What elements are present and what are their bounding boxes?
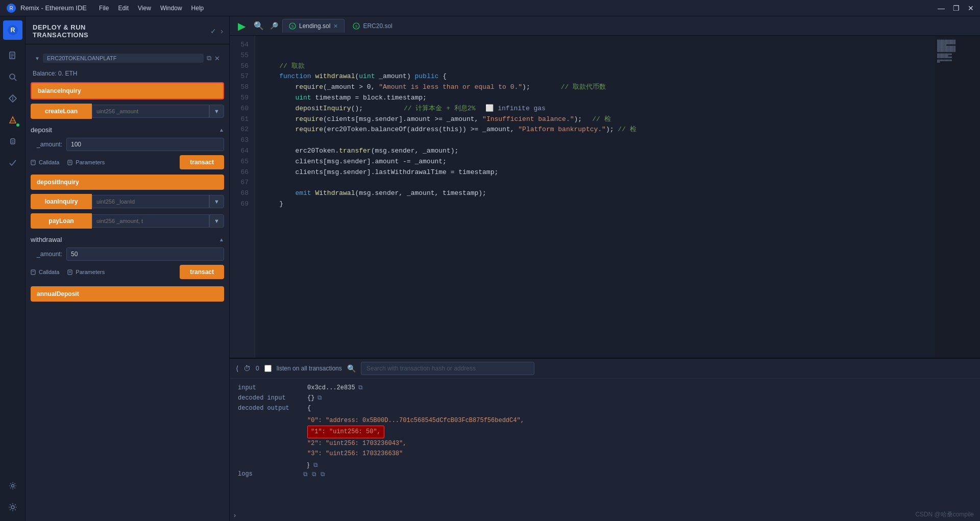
zoom-out-button[interactable]: 🔎 <box>268 22 280 30</box>
logs-copy-1[interactable]: ⧉ <box>303 470 308 478</box>
line-56: 56 <box>230 61 255 72</box>
withdrawal-calldata-link[interactable]: Calldata <box>31 269 59 275</box>
loan-inquiry-chevron[interactable]: ▼ <box>209 195 224 208</box>
pay-loan-chevron[interactable]: ▼ <box>209 214 224 228</box>
tx-decoded-input-row: decoded input {} ⧉ <box>238 393 972 403</box>
annual-deposit-button[interactable]: annualDeposit <box>31 286 224 302</box>
watermark: CSDN @哈桑compile <box>915 510 974 519</box>
deposit-amount-input[interactable] <box>66 138 224 151</box>
svg-rect-19 <box>31 160 35 165</box>
tx-decoded-output-label: decoded output <box>238 405 299 412</box>
decoded-output-line-0: "0": "address: 0x5B00D...701c568545dCfcB… <box>307 415 972 426</box>
line-57: 57 <box>230 71 255 82</box>
svg-text:S: S <box>355 24 358 28</box>
line-68: 68 <box>230 188 255 199</box>
close-button[interactable]: ✕ <box>968 4 974 12</box>
contract-close-icon[interactable]: ✕ <box>214 55 220 62</box>
deposit-inquiry-button[interactable]: depositInquiry <box>31 175 224 190</box>
create-loan-button[interactable]: createLoan <box>31 104 92 119</box>
sidebar-icon-search[interactable] <box>3 67 22 87</box>
code-editor: 54 55 56 57 58 59 60 61 62 63 64 65 66 6… <box>230 36 980 358</box>
titlebar-left: R Remix - Ethereum IDE File Edit View Wi… <box>6 3 204 13</box>
minimize-button[interactable]: — <box>938 4 945 12</box>
svg-line-9 <box>14 79 16 81</box>
pay-loan-button[interactable]: payLoan <box>31 213 92 229</box>
deposit-parameters-link[interactable]: Parameters <box>67 159 105 165</box>
editor-tabs: ▶ 🔍 🔎 S Lending.sol ✕ S ERC20.sol <box>230 16 980 36</box>
titlebar-menu: File Edit View Window Help <box>99 5 204 12</box>
sidebar-icon-test[interactable] <box>3 153 22 172</box>
withdrawal-chevron[interactable]: ▲ <box>219 237 224 242</box>
balance-inquiry-button[interactable]: balanceInquiry <box>31 82 224 100</box>
decoded-output-block: "0": "address: 0x5B00D...701c568545dCfcB… <box>307 413 972 461</box>
pay-loan-row: payLoan ▼ <box>31 213 224 229</box>
tx-decoded-input-copy[interactable]: ⧉ <box>317 394 322 402</box>
tab-lending-close[interactable]: ✕ <box>333 23 338 30</box>
expand-panel-button[interactable]: › <box>230 510 980 521</box>
instance-collapse-arrow[interactable]: ▼ <box>35 56 40 61</box>
withdrawal-parameters-link[interactable]: Parameters <box>67 269 105 275</box>
sidebar-icon-deploy[interactable] <box>3 110 22 130</box>
deposit-action-row: Calldata Parameters transact <box>31 153 224 171</box>
deposit-calldata-link[interactable]: Calldata <box>31 159 59 165</box>
balance-inquiry-section: balanceInquiry <box>26 81 229 103</box>
zoom-in-button[interactable]: 🔍 <box>252 21 266 31</box>
decoded-output-close-row: } ⧉ <box>307 461 972 468</box>
withdrawal-label: withdrawal <box>31 236 62 243</box>
pay-loan-input[interactable] <box>92 214 209 228</box>
menu-edit[interactable]: Edit <box>118 5 129 12</box>
line-54: 54 <box>230 40 255 51</box>
sidebar-icon-logo[interactable]: R <box>3 20 22 40</box>
deploy-panel-title: DEPLOY & RUN TRANSACTIONS <box>33 23 88 39</box>
tx-decoded-input-value: {} ⧉ <box>307 394 322 402</box>
sidebar-icon-files[interactable] <box>3 46 22 65</box>
search-icon-button[interactable]: 🔍 <box>347 364 356 373</box>
sidebar-icon-debug[interactable] <box>3 132 22 151</box>
tab-erc20-sol[interactable]: S ERC20.sol <box>347 19 398 33</box>
tx-input-copy[interactable]: ⧉ <box>358 384 363 391</box>
withdrawal-section-header[interactable]: withdrawal ▲ <box>31 234 224 245</box>
transaction-search-input[interactable] <box>361 362 534 375</box>
decoded-output-copy[interactable]: ⧉ <box>313 461 318 468</box>
deposit-amount-label: _amount: <box>31 141 66 148</box>
withdrawal-amount-input[interactable] <box>66 247 224 261</box>
deploy-body: ▼ ERC20TOKENLOANPLATF ⧉ ✕ Balance: 0. ET… <box>26 44 229 521</box>
editor-scrollbar[interactable] <box>976 36 980 358</box>
sidebar-icon-compile[interactable] <box>3 89 22 108</box>
deposit-chevron[interactable]: ▲ <box>219 127 224 133</box>
decoded-output-line-3: "3": "uint256: 1703236638" <box>307 449 972 459</box>
code-content[interactable]: // 取款 function withdrawal(uint _amount) … <box>255 36 935 358</box>
logs-copy-2[interactable]: ⧉ <box>312 470 316 478</box>
logs-label: logs <box>238 470 299 478</box>
run-button[interactable]: ▶ <box>234 20 250 32</box>
svg-text:R: R <box>10 27 15 34</box>
logs-copy-3[interactable]: ⧉ <box>321 470 325 478</box>
deposit-section-header[interactable]: deposit ▲ <box>31 124 224 136</box>
deposit-label: deposit <box>31 126 52 134</box>
deploy-panel: DEPLOY & RUN TRANSACTIONS ✓ › ▼ ERC20TOK… <box>26 16 230 521</box>
deposit-transact-button[interactable]: transact <box>180 155 224 169</box>
tx-decoded-output-brace-open: { <box>307 405 311 412</box>
menu-view[interactable]: View <box>138 5 151 12</box>
create-loan-chevron[interactable]: ▼ <box>209 105 224 118</box>
create-loan-row: createLoan ▼ <box>31 104 224 119</box>
menu-window[interactable]: Window <box>160 5 182 12</box>
line-60: 60 <box>230 104 255 114</box>
contract-copy-icon[interactable]: ⧉ <box>207 54 211 62</box>
loan-inquiry-input[interactable] <box>92 195 209 208</box>
menu-help[interactable]: Help <box>191 5 204 12</box>
icon-sidebar-bottom <box>3 476 22 521</box>
chevron-right-icon[interactable]: › <box>220 27 223 35</box>
check-icon[interactable]: ✓ <box>210 27 216 35</box>
listen-checkbox[interactable] <box>264 365 272 372</box>
menu-file[interactable]: File <box>99 5 109 12</box>
collapse-bottom-button[interactable]: ⟨ <box>236 364 238 373</box>
sidebar-icon-gear[interactable] <box>3 498 22 517</box>
create-loan-input[interactable] <box>92 105 209 118</box>
sidebar-icon-settings-plugin[interactable] <box>3 476 22 495</box>
loan-inquiry-button[interactable]: loanInquiry <box>31 194 92 209</box>
deposit-inquiry-section: depositInquiry <box>26 173 229 193</box>
maximize-button[interactable]: ❐ <box>953 4 960 12</box>
tab-lending-sol[interactable]: S Lending.sol ✕ <box>282 19 345 33</box>
withdrawal-transact-button[interactable]: transact <box>180 265 224 279</box>
